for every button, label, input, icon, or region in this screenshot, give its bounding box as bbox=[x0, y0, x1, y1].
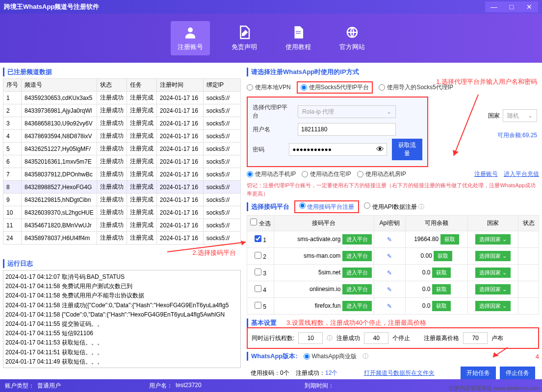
nav-register-label: 注册账号 bbox=[178, 43, 203, 51]
radio-import-socks5[interactable]: 使用导入的Socks5代理IP bbox=[379, 83, 453, 92]
table-row[interactable]: 784358037912,DPOnhwBc注册成功注册完成2024-01-17 … bbox=[3, 168, 241, 181]
nav-register[interactable]: 注册账号 bbox=[171, 21, 210, 55]
sms-row-checkbox[interactable] bbox=[255, 252, 261, 259]
select-all-checkbox[interactable] bbox=[250, 219, 257, 225]
select-country-button[interactable]: 选择国家 ⌄ bbox=[475, 284, 511, 294]
enter-platform-button[interactable]: 进入平台 bbox=[342, 268, 372, 278]
max-price-input[interactable] bbox=[463, 332, 488, 344]
col-time[interactable]: 注册时间 bbox=[156, 79, 203, 92]
fetch-balance-button[interactable]: 获取 bbox=[432, 301, 451, 311]
cell: 2 bbox=[3, 104, 22, 117]
cell: 8 bbox=[3, 181, 22, 194]
radio-local-vpn[interactable]: 使用本地VPN bbox=[247, 83, 291, 92]
fetch-balance-button[interactable]: 获取 bbox=[440, 234, 459, 245]
col-state[interactable]: 状态 bbox=[97, 79, 127, 92]
table-row[interactable]: 1184354671820,BMnVwUJr注册成功注册完成2024-01-17… bbox=[3, 219, 241, 232]
select-country-button[interactable]: 选择国家 ⌄ bbox=[475, 234, 511, 245]
table-row[interactable]: 984326129815,hNDgtCibn注册成功注册完成2024-01-17… bbox=[3, 194, 241, 206]
enter-platform-button[interactable]: 进入平台 bbox=[342, 284, 372, 294]
help-icon[interactable]: ⓘ bbox=[362, 352, 368, 361]
table-row[interactable]: 184359230653,cdKUx3ax5注册成功注册完成2024-01-17… bbox=[3, 92, 241, 104]
radio-dyn-mobile[interactable]: 使用动态手机IP bbox=[247, 170, 296, 178]
fetch-balance-button[interactable]: 获取 bbox=[432, 284, 451, 294]
nav-disclaimer[interactable]: 免责声明 bbox=[225, 21, 264, 55]
table-row[interactable]: 284339736981,AjyJa0rqWl注册成功注册完成2024-01-1… bbox=[3, 104, 241, 117]
cell: 2024-01-17 16 bbox=[156, 92, 203, 104]
cell: 6 bbox=[3, 155, 22, 168]
table-row[interactable]: 884328988527,HexoFG4G注册成功注册完成2024-01-17 … bbox=[3, 181, 241, 194]
proxy-platform-dropdown[interactable]: Rola-ip 代理⌄ bbox=[298, 105, 396, 118]
start-task-button[interactable]: 开始任务 bbox=[461, 367, 496, 379]
cell: 2024-01-17 16 bbox=[156, 143, 203, 155]
nav-official[interactable]: 官方网站 bbox=[333, 21, 372, 55]
fetch-balance-button[interactable]: 获取 bbox=[432, 268, 451, 278]
cell: 注册完成 bbox=[127, 232, 156, 245]
reg-account-link[interactable]: 注册账号 bbox=[474, 170, 498, 178]
sms-row-checkbox[interactable] bbox=[255, 269, 261, 275]
table-row[interactable]: 384368658130,U9o92vy6V注册成功注册完成2024-01-17… bbox=[3, 117, 241, 130]
select-country-button[interactable]: 选择国家 ⌄ bbox=[475, 251, 511, 261]
radio-dyn-residential[interactable]: 使用动态住宅IP bbox=[302, 170, 351, 178]
eye-icon[interactable]: 👁 bbox=[376, 145, 384, 154]
col-channel[interactable]: 频道号 bbox=[22, 79, 97, 92]
select-country-button[interactable]: 选择国家 ⌄ bbox=[475, 301, 511, 311]
cell: 9 bbox=[3, 194, 22, 206]
minimize-button[interactable]: — bbox=[485, 1, 503, 12]
threads-input[interactable] bbox=[298, 332, 323, 344]
cell: 注册成功 bbox=[97, 155, 127, 168]
table-row[interactable]: 684352016361,1mxv5m7E注册成功注册完成2024-01-17 … bbox=[3, 155, 241, 168]
sms-row-checkbox[interactable] bbox=[255, 302, 261, 309]
radio-use-api[interactable]: 使用API数据注册 ⓘ bbox=[364, 202, 424, 211]
radio-dyn-datacenter[interactable]: 使用动态机房IP bbox=[357, 170, 406, 178]
sms-row-checkbox[interactable] bbox=[255, 285, 261, 292]
sms-row[interactable]: 5firefox.fun 进入平台✎0.0 获取选择国家 ⌄ bbox=[247, 298, 539, 315]
cell: 10 bbox=[3, 206, 22, 219]
password-input[interactable] bbox=[289, 143, 387, 156]
edit-apikey-icon[interactable]: ✎ bbox=[387, 286, 392, 293]
success-count-input[interactable] bbox=[364, 332, 388, 344]
log-line: 2024-01-17 04:11:58 注册成功({"Code":0,"Data… bbox=[5, 301, 238, 310]
use-sms-value: 0个 bbox=[280, 369, 289, 376]
fetch-traffic-button[interactable]: 获取流量 bbox=[392, 139, 422, 160]
country-dropdown[interactable]: 随机⌄ bbox=[503, 109, 537, 122]
dedecms-watermark: 织梦内容管理系统 www.dedecms.com bbox=[449, 385, 540, 392]
stop-task-button[interactable]: 停止任务 bbox=[500, 367, 535, 379]
edit-apikey-icon[interactable]: ✎ bbox=[387, 236, 392, 243]
enter-platform-button[interactable]: 进入平台 bbox=[342, 301, 372, 311]
radio-socks5-platform[interactable]: 使用Socks5代理IP平台 bbox=[297, 81, 373, 94]
username-input[interactable] bbox=[298, 123, 396, 136]
table-row[interactable]: 484378693594,N8D878ixV注册成功注册完成2024-01-17… bbox=[3, 130, 241, 143]
maximize-button[interactable]: □ bbox=[503, 1, 520, 12]
close-button[interactable]: ✕ bbox=[520, 1, 538, 12]
cell: 注册完成 bbox=[127, 130, 156, 143]
cell: 注册成功 bbox=[97, 117, 127, 130]
edit-apikey-icon[interactable]: ✎ bbox=[387, 253, 392, 260]
help-icon[interactable]: ⓘ bbox=[418, 203, 424, 210]
col-ip[interactable]: 绑定IP bbox=[203, 79, 240, 92]
fetch-balance-button[interactable]: 获取 bbox=[434, 251, 452, 261]
nav-tutorial[interactable]: 使用教程 bbox=[279, 21, 318, 55]
sms-row[interactable]: 35sim.net 进入平台✎0.0 获取选择国家 ⌄ bbox=[247, 265, 539, 281]
radio-use-sms-platform[interactable]: 使用接码平台注册 bbox=[294, 200, 359, 213]
sms-row[interactable]: 1sms-activate.org 进入平台✎19664.80 获取选择国家 ⌄ bbox=[247, 231, 539, 248]
table-row[interactable]: 584326251227,Hy05lgMF/注册成功注册完成2024-01-17… bbox=[3, 143, 241, 155]
open-folder-link[interactable]: 打开频道号数据所在文件夹 bbox=[364, 369, 435, 377]
annotation-3: 3.设置线程数，注册成功40个停止，注册最高价格 bbox=[286, 318, 426, 327]
col-idx[interactable]: 序号 bbox=[3, 79, 22, 92]
edit-apikey-icon[interactable]: ✎ bbox=[387, 303, 392, 310]
enter-platform-button[interactable]: 进入平台 bbox=[342, 251, 372, 261]
enter-platform-button[interactable]: 进入平台 bbox=[342, 234, 372, 245]
sms-row-checkbox[interactable] bbox=[255, 235, 261, 242]
select-country-button[interactable]: 选择国家 ⌄ bbox=[475, 268, 511, 278]
edit-apikey-icon[interactable]: ✎ bbox=[387, 270, 392, 276]
table-row[interactable]: 1084326039370,sL2hgcHUE注册成功注册完成2024-01-1… bbox=[3, 206, 241, 219]
cell: 注册完成 bbox=[127, 194, 156, 206]
log-line: 2024-01-17 04:11:58 免费试用用户测试次数已到 bbox=[5, 282, 238, 291]
col-task[interactable]: 任务 bbox=[127, 79, 156, 92]
sms-row[interactable]: 4onlinesim.io 进入平台✎0.0 获取选择国家 ⌄ bbox=[247, 281, 539, 298]
help-icon[interactable]: ⓘ bbox=[327, 334, 333, 343]
log-box[interactable]: 2024-01-17 04:12:07 取消号码:BAD_STATUS2024-… bbox=[3, 270, 241, 368]
recharge-link[interactable]: 进入平台充值 bbox=[504, 170, 539, 178]
radio-wa-business[interactable]: WhatsApp商业版 bbox=[304, 352, 357, 361]
sms-row[interactable]: 2sms-man.com 进入平台✎0.00 获取选择国家 ⌄ bbox=[247, 248, 539, 265]
